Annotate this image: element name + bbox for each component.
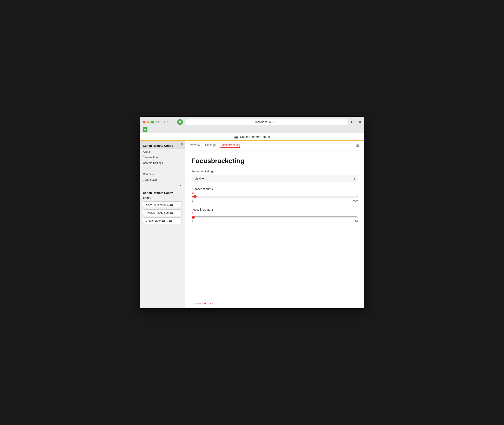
address-bar[interactable]: localhost:8501 ↻	[185, 119, 348, 125]
sidebar-section2: Canon Remote Control Shoot Save Paramete…	[140, 188, 185, 227]
sidebar-toggle-button[interactable]: ⊡ ▾	[156, 120, 161, 124]
sidebar-close-button[interactable]: ✕	[181, 142, 183, 146]
toolbar-icons: ⬆ + ⧉	[350, 120, 361, 124]
tab-focusbraceting[interactable]: Focusbraceting	[221, 143, 240, 148]
sidebar-toggle-icon: ⊡	[156, 120, 159, 124]
minimize-button[interactable]	[147, 121, 150, 123]
sidebar: ✕ Canon Remote Control About Camera Info…	[140, 141, 185, 308]
title-bar: ⊡ ▾ ‹ › 🛡 G localhost:8501 ↻ ⬆ + ⧉	[140, 117, 364, 126]
number-of-shots-section: Number of shots 13 2 999	[192, 187, 358, 202]
bookmark-favicon[interactable]: G	[143, 127, 148, 132]
user-avatar: G	[177, 119, 183, 125]
chevron-icon: ▾	[180, 184, 181, 187]
focusbraceting-select-wrapper: disable enable ▾	[192, 175, 358, 182]
new-tab-button[interactable]: +	[355, 120, 357, 124]
main-body: Focusbracketing Focusbracketing disable …	[185, 151, 364, 299]
browser-chrome: ⊡ ▾ ‹ › 🛡 G localhost:8501 ↻ ⬆ + ⧉ G	[140, 117, 364, 133]
bookmarks-bar: G	[140, 126, 364, 133]
main-header: Preview Settings Focusbraceting ☰	[185, 141, 364, 151]
preview-image-button[interactable]: Preview Image from 📷	[143, 209, 181, 216]
traffic-lights	[143, 121, 154, 123]
app-icon: 📷	[234, 135, 238, 139]
number-of-shots-max: 999	[353, 199, 358, 202]
back-button[interactable]: ‹	[163, 120, 166, 124]
focus-increment-value: 1	[192, 212, 358, 215]
sidebar-item-contributors[interactable]: Contributors	[140, 177, 185, 182]
number-of-shots-value: 13	[192, 191, 358, 194]
app-header-title: Canon Camera Control	[240, 135, 270, 139]
tab-settings[interactable]: Settings	[205, 143, 216, 148]
tab-preview[interactable]: Preview	[190, 143, 200, 148]
sidebar-section1-title: Canon Remote Control	[140, 141, 185, 149]
focus-increment-range-labels: 1 10	[192, 220, 358, 223]
focus-increment-max: 10	[355, 220, 358, 223]
chevron-down-icon: ▾	[159, 120, 161, 123]
app-header: 📷 Canon Camera Control	[140, 133, 364, 141]
focus-increment-section: Focus increment 1 1 10	[192, 208, 358, 223]
create-stack-button[interactable]: Create Stack 📷 ... 📷	[143, 218, 181, 224]
url-text: localhost:8501	[255, 120, 274, 124]
sidebar-expand[interactable]: ▾	[140, 182, 185, 188]
browser-window: ⊡ ▾ ‹ › 🛡 G localhost:8501 ↻ ⬆ + ⧉ G	[140, 117, 364, 308]
number-of-shots-slider[interactable]	[192, 195, 358, 198]
close-button[interactable]	[143, 121, 146, 123]
focusbraceting-select[interactable]: disable enable	[192, 175, 358, 182]
sidebar-item-about[interactable]: About	[140, 149, 185, 155]
main-tabs: Preview Settings Focusbraceting	[190, 143, 240, 148]
number-of-shots-range-labels: 2 999	[192, 199, 358, 202]
sidebar-section2-title: Canon Remote Control	[143, 191, 181, 195]
tabs-button[interactable]: ⧉	[359, 120, 361, 124]
app-body: ✕ Canon Remote Control About Camera Info…	[140, 141, 364, 308]
forward-button[interactable]: ›	[166, 120, 169, 124]
page-title: Focusbracketing	[192, 157, 358, 165]
streamlit-link[interactable]: Streamlit	[203, 302, 213, 305]
focus-increment-min: 1	[192, 220, 193, 223]
footer: Made with Streamlit	[185, 299, 364, 308]
sidebar-item-camera-settings[interactable]: Camera Settings	[140, 160, 185, 166]
hamburger-icon[interactable]: ☰	[356, 143, 359, 148]
shield-icon: 🛡	[172, 120, 175, 124]
number-of-shots-label: Number of shots	[192, 187, 358, 191]
focus-increment-label: Focus increment	[192, 208, 358, 211]
save-parameters-button[interactable]: Save Parameters to 📷	[143, 201, 181, 208]
nav-buttons: ‹ ›	[163, 120, 169, 124]
focusbraceting-label: Focusbracketing	[192, 170, 358, 173]
sidebar-item-ccapi[interactable]: CCAPI	[140, 166, 185, 171]
sidebar-item-camera-info[interactable]: Camera Info	[140, 155, 185, 160]
focus-increment-slider[interactable]	[192, 216, 358, 219]
sidebar-item-contents[interactable]: Contents	[140, 171, 185, 177]
share-button[interactable]: ⬆	[350, 120, 353, 124]
shoot-title: Shoot	[143, 196, 181, 199]
reload-icon[interactable]: ↻	[275, 120, 278, 124]
number-of-shots-min: 2	[192, 199, 193, 202]
main-content: Preview Settings Focusbraceting ☰ Focusb…	[185, 141, 364, 308]
maximize-button[interactable]	[151, 121, 154, 123]
